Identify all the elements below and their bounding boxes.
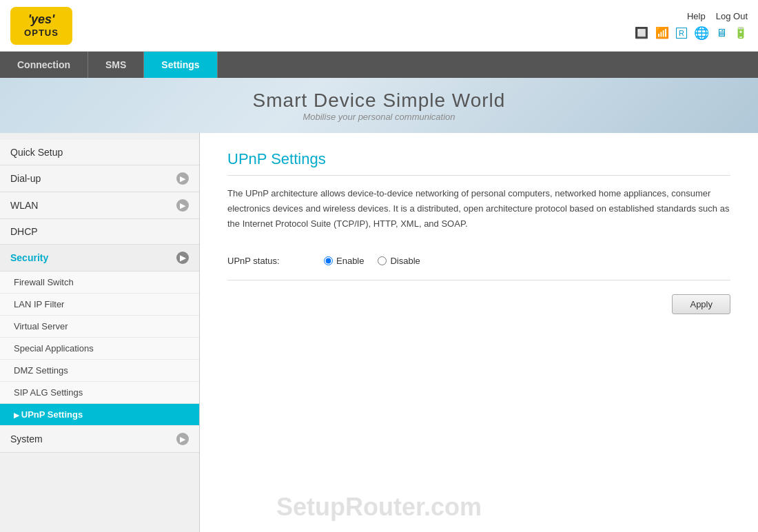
help-link[interactable]: Help <box>687 11 706 21</box>
logout-link[interactable]: Log Out <box>716 11 748 21</box>
sidebar-item-security[interactable]: Security ▶ <box>0 245 199 272</box>
sim-icon: 🔲 <box>635 26 648 39</box>
logo: 'yes' OPTUS <box>10 7 72 45</box>
radio-disable-input[interactable] <box>378 256 387 265</box>
sidebar-sub-upnp-settings[interactable]: UPnP Settings <box>0 404 199 426</box>
sidebar-label-dialup: Dial-up <box>10 173 41 184</box>
sidebar-item-dialup[interactable]: Dial-up ▶ <box>0 165 199 192</box>
sidebar-sub-dmz-settings[interactable]: DMZ Settings <box>0 360 199 382</box>
sidebar-item-wlan[interactable]: WLAN ▶ <box>0 192 199 219</box>
hero-banner: Smart Device Simple World Mobilise your … <box>0 78 758 133</box>
logo-optus: OPTUS <box>24 28 59 39</box>
system-arrow-icon: ▶ <box>176 433 189 445</box>
top-bar: 'yes' OPTUS Help Log Out 🔲 📶 R 🌐 🖥 🔋 <box>0 0 758 52</box>
apply-button[interactable]: Apply <box>672 294 730 314</box>
sidebar: Quick Setup Dial-up ▶ WLAN ▶ DHCP Securi… <box>0 133 200 532</box>
nav-bar: Connection SMS Settings <box>0 52 758 78</box>
sidebar-sub-virtual-server[interactable]: Virtual Server <box>0 316 199 338</box>
nav-settings[interactable]: Settings <box>144 52 217 78</box>
hero-title: Smart Device Simple World <box>253 90 506 112</box>
battery-icon: 🔋 <box>734 26 748 39</box>
radio-enable-label: Enable <box>336 256 364 266</box>
button-row: Apply <box>227 294 730 314</box>
sidebar-label-system: System <box>10 433 43 444</box>
nav-connection[interactable]: Connection <box>0 52 88 78</box>
wlan-arrow-icon: ▶ <box>176 199 189 212</box>
upnp-radio-group: Enable Disable <box>324 256 420 266</box>
radio-enable-input[interactable] <box>324 256 333 265</box>
security-arrow-icon: ▶ <box>176 252 189 264</box>
upnp-status-row: UPnP status: Enable Disable <box>227 249 730 266</box>
hero-subtitle: Mobilise your personal communication <box>303 112 455 122</box>
dialup-arrow-icon: ▶ <box>176 172 189 185</box>
upnp-status-label: UPnP status: <box>227 256 310 266</box>
top-icons: 🔲 📶 R 🌐 🖥 🔋 <box>635 25 748 41</box>
sidebar-item-system[interactable]: System ▶ <box>0 426 199 453</box>
sidebar-label-wlan: WLAN <box>10 200 38 211</box>
sidebar-sub-firewall-switch[interactable]: Firewall Switch <box>0 272 199 294</box>
sidebar-label-dhcp: DHCP <box>10 226 38 237</box>
radio-enable-option[interactable]: Enable <box>324 256 364 266</box>
roaming-icon: R <box>676 28 687 39</box>
top-links: Help Log Out <box>687 11 748 21</box>
sidebar-item-dhcp[interactable]: DHCP <box>0 219 199 245</box>
content-area: UPnP Settings The UPnP architecture allo… <box>200 133 758 532</box>
radio-disable-label: Disable <box>390 256 420 266</box>
globe-icon: 🌐 <box>694 25 709 41</box>
sidebar-item-quick-setup[interactable]: Quick Setup <box>0 140 199 165</box>
sidebar-sub-lan-ip-filter[interactable]: LAN IP Filter <box>0 294 199 316</box>
logo-yes: 'yes' <box>28 12 55 28</box>
sidebar-sub-sip-alg[interactable]: SIP ALG Settings <box>0 382 199 404</box>
main-layout: Quick Setup Dial-up ▶ WLAN ▶ DHCP Securi… <box>0 133 758 532</box>
nav-sms[interactable]: SMS <box>88 52 144 78</box>
radio-disable-option[interactable]: Disable <box>378 256 420 266</box>
monitor-icon: 🖥 <box>716 27 727 39</box>
top-right: Help Log Out 🔲 📶 R 🌐 🖥 🔋 <box>635 11 748 41</box>
content-divider <box>227 280 730 280</box>
content-description: The UPnP architecture allows device-to-d… <box>227 186 730 232</box>
sidebar-sub-special-apps[interactable]: Special Applications <box>0 338 199 360</box>
signal-icon: 📶 <box>655 26 669 39</box>
page-title: UPnP Settings <box>227 150 730 176</box>
sidebar-label-quick-setup: Quick Setup <box>10 147 63 158</box>
sidebar-label-security: Security <box>10 252 48 263</box>
